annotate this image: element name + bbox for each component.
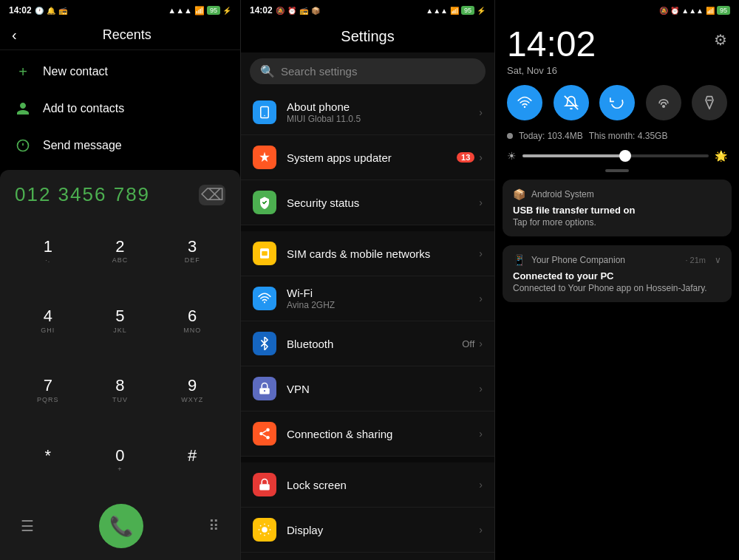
svg-line-23 [260,533,261,534]
display-item[interactable]: Display › [241,508,494,553]
sim-cards-chevron: › [479,247,483,259]
android-system-title: USB file transfer turned on [513,205,721,216]
settings-status-time: 14:02 [250,5,273,16]
brightness-fill [522,154,625,157]
new-contact-item[interactable]: + New contact [0,53,240,90]
key-9[interactable]: 9WXYZ [156,356,228,426]
data-dot [507,133,513,139]
left-status-bar: 14:02 🕐 🔔 📻 ▲▲▲ 📶 95 ⚡ [0,0,240,21]
key-star[interactable]: * [12,426,84,495]
svg-point-7 [264,301,265,303]
vpn-item[interactable]: VPN › [241,366,494,412]
about-phone-item[interactable]: About phone MIUI Global 11.0.5 › [241,90,494,135]
lock-screen-item[interactable]: Lock screen › [241,462,494,508]
svg-rect-15 [259,484,270,490]
svg-point-26 [524,106,526,109]
settings-group-3: Lock screen › Display › [241,462,494,560]
key-hash[interactable]: # [156,426,228,495]
flashlight-toggle[interactable] [692,85,727,120]
handle-bar [495,166,739,175]
brightness-thumb[interactable] [619,150,631,162]
menu-button[interactable]: ☰ [21,517,34,535]
lock-screen-label: Lock screen [287,479,469,491]
bluetooth-icon [253,332,276,355]
search-icon: 🔍 [260,64,275,78]
display-content: Display [287,524,469,536]
bluetooth-item[interactable]: Bluetooth Off › [241,321,494,366]
settings-gear-button[interactable]: ⚙ [714,31,727,49]
sound-vibration-item[interactable]: Sound & vibration › [241,553,494,560]
phone-companion-name: Your Phone Companion [531,255,625,265]
connection-sharing-item[interactable]: Connection & sharing › [241,412,494,457]
phone-companion-body: Connected to Your Phone app on Hossein-J… [513,283,721,293]
keypad: 1·. 2ABC 3DEF 4GHI 5JKL 6MNO 7PQRS 8TUV … [0,214,240,498]
bell-toggle[interactable] [554,85,589,120]
security-status-label: Security status [287,197,469,209]
key-6[interactable]: 6MNO [156,286,228,355]
android-system-notification[interactable]: 📦 Android System USB file transfer turne… [503,180,732,236]
wifi-icon [253,287,276,310]
bluetooth-chevron: › [479,338,483,349]
svg-point-12 [266,436,270,440]
wifi-label: Wi-Fi [287,287,469,299]
security-status-chevron: › [479,197,483,208]
key-8[interactable]: 8TUV [84,356,157,426]
system-apps-item[interactable]: System apps updater 13 › [241,135,494,180]
phone-companion-time: · 21m [685,256,706,264]
expand-icon[interactable]: ∨ [715,255,721,265]
about-phone-content: About phone MIUI Global 11.0.5 [287,100,469,124]
send-message-icon [15,137,31,154]
vpn-chevron: › [479,383,483,395]
back-button[interactable]: ‹ [12,27,17,44]
recents-header: ‹ Recents [0,21,240,50]
brightness-high-icon: 🌟 [715,150,727,162]
autorotate-toggle[interactable] [599,85,635,120]
system-apps-content: System apps updater [287,151,446,164]
svg-line-27 [564,96,577,109]
key-3[interactable]: 3DEF [156,216,228,286]
backspace-button[interactable]: ⌫ [199,185,225,205]
send-message-item[interactable]: Send message [0,127,240,164]
brightness-bar[interactable]: ☀ 🌟 [507,150,727,162]
connection-sharing-icon [253,422,276,445]
svg-point-9 [264,390,265,392]
sim-cards-item[interactable]: SIM cards & mobile networks › [241,231,494,276]
svg-line-13 [262,434,266,437]
notification-date: Sat, Nov 16 [507,65,596,76]
search-input[interactable]: Search settings [281,65,357,78]
add-contacts-label: Add to contacts [43,102,124,115]
bluetooth-value: Off [462,338,474,349]
svg-line-14 [262,431,266,433]
recents-actions: + New contact Add to contacts Send messa… [0,50,240,167]
phone-companion-notification[interactable]: 📱 Your Phone Companion · 21m ∨ Connected… [503,245,732,302]
brightness-track[interactable] [522,154,709,157]
add-contacts-item[interactable]: Add to contacts [0,90,240,127]
settings-title: Settings [253,28,483,45]
key-7[interactable]: 7PQRS [12,356,84,426]
sim-cards-content: SIM cards & mobile networks [287,247,469,260]
quick-toggles [495,79,739,126]
security-status-item[interactable]: Security status › [241,180,494,225]
lock-screen-content: Lock screen [287,479,469,491]
hotspot-toggle[interactable] [646,85,681,120]
call-button[interactable]: 📞 [99,504,143,548]
wifi-item[interactable]: Wi-Fi Avina 2GHZ › [241,276,494,321]
key-2[interactable]: 2ABC [84,216,157,286]
left-status-time: 14:02 🕐 🔔 📻 [9,5,67,16]
search-bar[interactable]: 🔍 Search settings [250,58,486,84]
wifi-chevron: › [479,293,483,304]
wifi-toggle[interactable] [507,85,542,120]
key-1[interactable]: 1·. [12,216,84,286]
key-5[interactable]: 5JKL [84,286,157,355]
lock-screen-icon [253,473,276,496]
bluetooth-content: Bluetooth [287,338,452,350]
contacts-grid-button[interactable]: ⠿ [208,517,219,535]
settings-list: About phone MIUI Global 11.0.5 › System … [241,90,494,560]
lock-screen-chevron: › [479,479,483,491]
key-0[interactable]: 0+ [84,426,157,495]
sim-cards-label: SIM cards & mobile networks [287,247,469,260]
vpn-right: › [479,383,483,395]
notif-header-1: 📦 Android System [513,188,721,200]
display-label: Display [287,524,469,536]
key-4[interactable]: 4GHI [12,286,84,355]
